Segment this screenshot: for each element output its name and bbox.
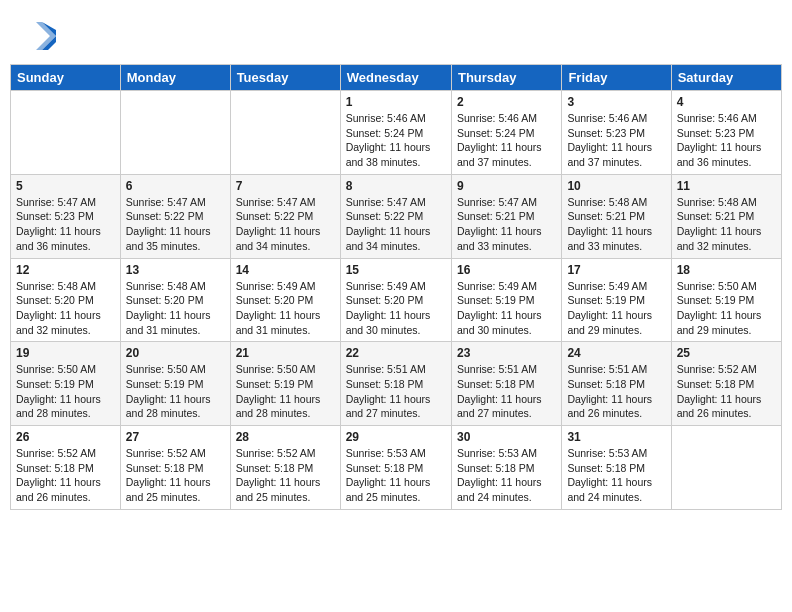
calendar-cell: 25Sunrise: 5:52 AM Sunset: 5:18 PM Dayli… [671, 342, 781, 426]
day-info: Sunrise: 5:49 AM Sunset: 5:19 PM Dayligh… [457, 279, 556, 338]
day-number: 14 [236, 263, 335, 277]
calendar-cell: 8Sunrise: 5:47 AM Sunset: 5:22 PM Daylig… [340, 174, 451, 258]
day-info: Sunrise: 5:53 AM Sunset: 5:18 PM Dayligh… [457, 446, 556, 505]
day-number: 22 [346, 346, 446, 360]
calendar-cell: 2Sunrise: 5:46 AM Sunset: 5:24 PM Daylig… [451, 91, 561, 175]
calendar-cell [120, 91, 230, 175]
calendar-cell: 7Sunrise: 5:47 AM Sunset: 5:22 PM Daylig… [230, 174, 340, 258]
calendar-cell: 13Sunrise: 5:48 AM Sunset: 5:20 PM Dayli… [120, 258, 230, 342]
day-info: Sunrise: 5:49 AM Sunset: 5:19 PM Dayligh… [567, 279, 665, 338]
day-number: 15 [346, 263, 446, 277]
day-number: 10 [567, 179, 665, 193]
svg-marker-1 [36, 22, 56, 50]
calendar-cell: 27Sunrise: 5:52 AM Sunset: 5:18 PM Dayli… [120, 426, 230, 510]
day-info: Sunrise: 5:52 AM Sunset: 5:18 PM Dayligh… [236, 446, 335, 505]
day-header-wednesday: Wednesday [340, 65, 451, 91]
day-number: 3 [567, 95, 665, 109]
calendar-week-row: 19Sunrise: 5:50 AM Sunset: 5:19 PM Dayli… [11, 342, 782, 426]
day-info: Sunrise: 5:52 AM Sunset: 5:18 PM Dayligh… [677, 362, 776, 421]
day-number: 28 [236, 430, 335, 444]
day-number: 9 [457, 179, 556, 193]
calendar-cell: 14Sunrise: 5:49 AM Sunset: 5:20 PM Dayli… [230, 258, 340, 342]
day-info: Sunrise: 5:51 AM Sunset: 5:18 PM Dayligh… [346, 362, 446, 421]
day-info: Sunrise: 5:50 AM Sunset: 5:19 PM Dayligh… [126, 362, 225, 421]
calendar-cell: 4Sunrise: 5:46 AM Sunset: 5:23 PM Daylig… [671, 91, 781, 175]
day-info: Sunrise: 5:50 AM Sunset: 5:19 PM Dayligh… [16, 362, 115, 421]
logo [20, 18, 58, 54]
calendar-cell: 29Sunrise: 5:53 AM Sunset: 5:18 PM Dayli… [340, 426, 451, 510]
calendar-cell: 21Sunrise: 5:50 AM Sunset: 5:19 PM Dayli… [230, 342, 340, 426]
day-info: Sunrise: 5:46 AM Sunset: 5:24 PM Dayligh… [457, 111, 556, 170]
day-info: Sunrise: 5:47 AM Sunset: 5:22 PM Dayligh… [236, 195, 335, 254]
day-info: Sunrise: 5:53 AM Sunset: 5:18 PM Dayligh… [346, 446, 446, 505]
day-header-saturday: Saturday [671, 65, 781, 91]
calendar-cell: 28Sunrise: 5:52 AM Sunset: 5:18 PM Dayli… [230, 426, 340, 510]
day-number: 23 [457, 346, 556, 360]
day-info: Sunrise: 5:49 AM Sunset: 5:20 PM Dayligh… [346, 279, 446, 338]
day-header-monday: Monday [120, 65, 230, 91]
day-info: Sunrise: 5:46 AM Sunset: 5:23 PM Dayligh… [567, 111, 665, 170]
day-info: Sunrise: 5:51 AM Sunset: 5:18 PM Dayligh… [567, 362, 665, 421]
day-info: Sunrise: 5:47 AM Sunset: 5:22 PM Dayligh… [346, 195, 446, 254]
day-number: 4 [677, 95, 776, 109]
day-number: 8 [346, 179, 446, 193]
calendar-cell: 11Sunrise: 5:48 AM Sunset: 5:21 PM Dayli… [671, 174, 781, 258]
header [10, 10, 782, 60]
day-number: 16 [457, 263, 556, 277]
calendar-cell: 9Sunrise: 5:47 AM Sunset: 5:21 PM Daylig… [451, 174, 561, 258]
day-number: 6 [126, 179, 225, 193]
calendar-cell: 20Sunrise: 5:50 AM Sunset: 5:19 PM Dayli… [120, 342, 230, 426]
day-info: Sunrise: 5:50 AM Sunset: 5:19 PM Dayligh… [677, 279, 776, 338]
day-number: 7 [236, 179, 335, 193]
day-number: 25 [677, 346, 776, 360]
day-header-tuesday: Tuesday [230, 65, 340, 91]
day-number: 5 [16, 179, 115, 193]
day-number: 21 [236, 346, 335, 360]
day-header-thursday: Thursday [451, 65, 561, 91]
calendar-cell: 3Sunrise: 5:46 AM Sunset: 5:23 PM Daylig… [562, 91, 671, 175]
day-number: 1 [346, 95, 446, 109]
logo-icon [20, 18, 56, 54]
day-info: Sunrise: 5:47 AM Sunset: 5:23 PM Dayligh… [16, 195, 115, 254]
day-number: 13 [126, 263, 225, 277]
calendar-cell: 15Sunrise: 5:49 AM Sunset: 5:20 PM Dayli… [340, 258, 451, 342]
day-header-sunday: Sunday [11, 65, 121, 91]
day-header-friday: Friday [562, 65, 671, 91]
day-info: Sunrise: 5:48 AM Sunset: 5:21 PM Dayligh… [677, 195, 776, 254]
day-info: Sunrise: 5:52 AM Sunset: 5:18 PM Dayligh… [126, 446, 225, 505]
calendar-cell: 22Sunrise: 5:51 AM Sunset: 5:18 PM Dayli… [340, 342, 451, 426]
day-number: 18 [677, 263, 776, 277]
calendar-cell: 6Sunrise: 5:47 AM Sunset: 5:22 PM Daylig… [120, 174, 230, 258]
day-number: 24 [567, 346, 665, 360]
day-number: 11 [677, 179, 776, 193]
calendar-cell: 30Sunrise: 5:53 AM Sunset: 5:18 PM Dayli… [451, 426, 561, 510]
day-info: Sunrise: 5:48 AM Sunset: 5:20 PM Dayligh… [16, 279, 115, 338]
calendar-cell: 19Sunrise: 5:50 AM Sunset: 5:19 PM Dayli… [11, 342, 121, 426]
calendar-cell: 5Sunrise: 5:47 AM Sunset: 5:23 PM Daylig… [11, 174, 121, 258]
calendar-cell [671, 426, 781, 510]
calendar-week-row: 12Sunrise: 5:48 AM Sunset: 5:20 PM Dayli… [11, 258, 782, 342]
day-info: Sunrise: 5:48 AM Sunset: 5:20 PM Dayligh… [126, 279, 225, 338]
calendar-cell: 23Sunrise: 5:51 AM Sunset: 5:18 PM Dayli… [451, 342, 561, 426]
day-number: 29 [346, 430, 446, 444]
calendar-cell: 1Sunrise: 5:46 AM Sunset: 5:24 PM Daylig… [340, 91, 451, 175]
calendar-cell: 12Sunrise: 5:48 AM Sunset: 5:20 PM Dayli… [11, 258, 121, 342]
day-number: 17 [567, 263, 665, 277]
day-number: 31 [567, 430, 665, 444]
calendar-header-row: SundayMondayTuesdayWednesdayThursdayFrid… [11, 65, 782, 91]
calendar-cell: 18Sunrise: 5:50 AM Sunset: 5:19 PM Dayli… [671, 258, 781, 342]
calendar-week-row: 1Sunrise: 5:46 AM Sunset: 5:24 PM Daylig… [11, 91, 782, 175]
day-number: 30 [457, 430, 556, 444]
calendar-cell [11, 91, 121, 175]
day-number: 2 [457, 95, 556, 109]
day-info: Sunrise: 5:48 AM Sunset: 5:21 PM Dayligh… [567, 195, 665, 254]
calendar-cell: 24Sunrise: 5:51 AM Sunset: 5:18 PM Dayli… [562, 342, 671, 426]
day-info: Sunrise: 5:53 AM Sunset: 5:18 PM Dayligh… [567, 446, 665, 505]
day-info: Sunrise: 5:47 AM Sunset: 5:21 PM Dayligh… [457, 195, 556, 254]
day-info: Sunrise: 5:49 AM Sunset: 5:20 PM Dayligh… [236, 279, 335, 338]
calendar-cell [230, 91, 340, 175]
calendar-cell: 26Sunrise: 5:52 AM Sunset: 5:18 PM Dayli… [11, 426, 121, 510]
day-number: 26 [16, 430, 115, 444]
day-info: Sunrise: 5:51 AM Sunset: 5:18 PM Dayligh… [457, 362, 556, 421]
day-info: Sunrise: 5:46 AM Sunset: 5:23 PM Dayligh… [677, 111, 776, 170]
